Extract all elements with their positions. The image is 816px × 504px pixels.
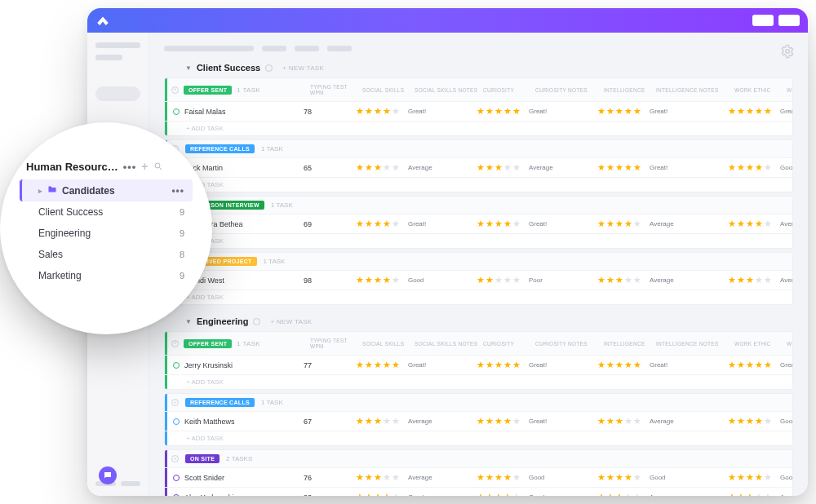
more-icon[interactable]: ••• bbox=[123, 161, 137, 173]
sidebar-item[interactable]: Sales8 bbox=[20, 244, 193, 265]
sidebar-search-placeholder[interactable] bbox=[95, 86, 140, 101]
col-intelligence: INTELLIGENCE bbox=[604, 86, 656, 95]
curiosity-notes: Great! bbox=[529, 361, 597, 369]
task-count: 1 TASK bbox=[237, 86, 260, 94]
star-rating: ★★★★★ bbox=[356, 417, 400, 426]
status-section: + ON SITE 2 TASKS Scott Snider 76 ★★★★★ … bbox=[164, 449, 793, 496]
add-task-link[interactable]: + ADD TASK bbox=[165, 374, 792, 389]
search-icon[interactable] bbox=[153, 161, 163, 171]
sidebar-item[interactable]: Marketing9 bbox=[20, 265, 193, 286]
intelligence-notes: Great! bbox=[650, 361, 728, 369]
status-pill[interactable]: OFFER SENT bbox=[184, 86, 232, 95]
curiosity-notes: Great! bbox=[529, 418, 597, 425]
status-dot-icon bbox=[173, 362, 180, 369]
add-task-link[interactable]: + ADD TASK bbox=[165, 233, 792, 248]
candidate-row[interactable]: Scott Snider 76 ★★★★★ Average ★★★★★ Good… bbox=[165, 467, 792, 487]
wpm-value: 67 bbox=[304, 418, 356, 426]
expand-icon[interactable]: + bbox=[171, 455, 179, 462]
caret-icon[interactable]: ▸ bbox=[38, 187, 42, 195]
status-pill[interactable]: ON SITE bbox=[185, 454, 220, 463]
status-pill[interactable]: REFERENCE CALLS bbox=[185, 144, 255, 153]
col-curiosity-notes: CURIOSITY NOTES bbox=[535, 86, 604, 95]
wor-notes: Good bbox=[780, 418, 793, 425]
info-icon[interactable] bbox=[265, 64, 273, 72]
status-header: + REFERENCE CALLS 1 TASK bbox=[165, 140, 792, 157]
social-notes: Average bbox=[408, 474, 477, 481]
intelligence-notes: Great! bbox=[650, 164, 728, 171]
candidate-name: Keith Matthews bbox=[184, 418, 235, 426]
window-control-min[interactable] bbox=[752, 15, 774, 26]
curiosity-notes: Great! bbox=[529, 108, 597, 115]
task-count: 1 TASK bbox=[264, 258, 286, 265]
intelligence-notes: Average bbox=[650, 493, 728, 496]
candidate-row[interactable]: Jerry Krusinski 77 ★★★★★ Great! ★★★★★ Gr… bbox=[165, 355, 792, 374]
item-count: 8 bbox=[180, 250, 184, 259]
candidate-name: Scott Snider bbox=[184, 474, 224, 482]
star-rating: ★★★★★ bbox=[477, 417, 521, 426]
window-control-max[interactable] bbox=[778, 15, 800, 26]
task-count: 1 TASK bbox=[261, 399, 283, 406]
chat-fab[interactable] bbox=[99, 466, 117, 484]
sidebar-item[interactable]: Engineering9 bbox=[20, 223, 193, 244]
status-header: + IN PERSON INTERVIEW 1 TASK bbox=[165, 197, 792, 214]
expand-icon[interactable]: + bbox=[171, 86, 179, 94]
candidate-row[interactable]: Brandi West 98 ★★★★★ Good ★★★★★ Poor ★★★… bbox=[165, 270, 792, 290]
wor-notes: Good bbox=[780, 474, 793, 481]
star-rating: ★★★★★ bbox=[597, 360, 641, 369]
new-task-link[interactable]: + NEW TASK bbox=[282, 64, 324, 72]
candidate-row[interactable]: Keith Matthews 67 ★★★★★ Average ★★★★★ Gr… bbox=[165, 411, 792, 431]
candidate-row[interactable]: Alex Yurkowski 98 ★★★★★ Good ★★★★★ Good … bbox=[165, 487, 792, 496]
add-task-link[interactable]: + ADD TASK bbox=[165, 431, 792, 445]
space-title: Human Resourc… bbox=[26, 161, 118, 173]
sidebar-placeholder bbox=[121, 481, 141, 486]
add-icon[interactable]: + bbox=[141, 160, 148, 173]
star-rating: ★★★★★ bbox=[728, 493, 772, 496]
sidebar-item[interactable]: ▸ Candidates••• bbox=[20, 179, 193, 201]
add-task-link[interactable]: + ADD TASK bbox=[165, 290, 792, 304]
status-pill[interactable]: OFFER SENT bbox=[184, 339, 232, 348]
candidate-row[interactable]: Zack Martin 65 ★★★★★ Average ★★★★★ Avera… bbox=[165, 157, 792, 177]
social-notes: Great! bbox=[408, 220, 477, 228]
status-dot-icon bbox=[173, 475, 180, 481]
item-count: 9 bbox=[180, 207, 184, 217]
candidate-row[interactable]: Faisal Malas 78 ★★★★★ Great! ★★★★★ Great… bbox=[165, 101, 792, 121]
curiosity-notes: Poor bbox=[529, 276, 597, 284]
expand-icon[interactable]: + bbox=[171, 340, 179, 347]
wor-notes: Avera bbox=[780, 493, 793, 496]
more-icon[interactable]: ••• bbox=[171, 185, 184, 197]
bubble-header: Human Resourc… ••• + bbox=[20, 160, 193, 179]
col-social-notes: SOCIAL SKILLS NOTES bbox=[415, 86, 483, 95]
status-section: + IN PERSON INTERVIEW 1 TASK Alexandra B… bbox=[164, 196, 793, 249]
info-icon[interactable] bbox=[253, 318, 260, 325]
candidate-row[interactable]: Alexandra Bethea 69 ★★★★★ Great! ★★★★★ G… bbox=[165, 214, 792, 233]
new-task-link[interactable]: + NEW TASK bbox=[270, 318, 312, 325]
add-task-link[interactable]: + ADD TASK bbox=[165, 121, 792, 135]
star-rating: ★★★★★ bbox=[477, 163, 521, 172]
collapse-icon[interactable]: ▼ bbox=[185, 318, 192, 325]
status-section: + REFERENCE CALLS 1 TASK Zack Martin 65 … bbox=[164, 139, 793, 192]
status-header: + OFFER SENT 1 TASK TYPING TEST WPM SOCI… bbox=[165, 332, 792, 355]
list-label: Marketing bbox=[38, 270, 82, 281]
col-wor: WOR bbox=[787, 86, 793, 95]
zoom-bubble: Human Resourc… ••• + ▸ Candidates••• Cli… bbox=[0, 122, 212, 334]
folder-icon bbox=[47, 184, 57, 197]
sidebar-placeholder bbox=[95, 42, 140, 48]
star-rating: ★★★★★ bbox=[356, 473, 400, 482]
settings-icon[interactable] bbox=[780, 44, 795, 59]
status-section: + OFFER SENT 1 TASK TYPING TEST WPM SOCI… bbox=[164, 77, 793, 136]
star-rating: ★★★★★ bbox=[597, 219, 641, 228]
wor-notes: Great! bbox=[780, 108, 793, 115]
sidebar-item[interactable]: Client Success9 bbox=[20, 201, 193, 223]
group: ▼ Engineering + NEW TASK + OFFER SENT 1 … bbox=[164, 316, 793, 496]
star-rating: ★★★★★ bbox=[597, 163, 641, 172]
candidate-name: Faisal Malas bbox=[184, 108, 226, 116]
collapse-icon[interactable]: ▼ bbox=[185, 64, 192, 72]
svg-point-0 bbox=[786, 50, 790, 54]
col-intelligence-notes: INTELLIGENCE NOTES bbox=[656, 86, 734, 95]
wpm-value: 76 bbox=[304, 474, 356, 482]
add-task-link[interactable]: + ADD TASK bbox=[165, 177, 792, 192]
wor-notes: Good bbox=[780, 164, 793, 171]
expand-icon[interactable]: + bbox=[171, 399, 179, 406]
svg-point-1 bbox=[155, 163, 160, 168]
status-pill[interactable]: REFERENCE CALLS bbox=[185, 398, 255, 407]
